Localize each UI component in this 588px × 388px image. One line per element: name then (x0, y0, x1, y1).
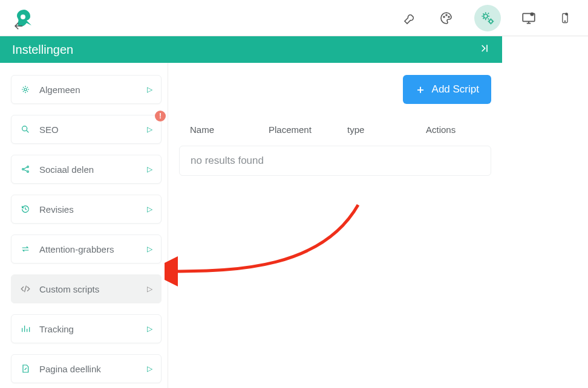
topbar-right (402, 5, 573, 31)
gear-icon (20, 84, 31, 95)
sidebar-item-label: Algemeen (39, 85, 139, 95)
action-row: ＋ Add Script (179, 75, 491, 104)
palette-icon[interactable] (438, 10, 455, 27)
add-script-button[interactable]: ＋ Add Script (403, 75, 491, 104)
sidebar-item-seo[interactable]: SEO ▷ ! (11, 115, 162, 144)
svg-point-1 (446, 15, 447, 16)
chevron-right-icon: ▷ (147, 205, 152, 213)
svg-point-6 (531, 13, 533, 15)
settings-sidebar: Algemeen ▷ SEO ▷ ! Sociaal delen ▷ Revis… (0, 63, 168, 388)
sidebar-item-label: Sociaal delen (39, 164, 139, 175)
svg-point-14 (27, 171, 29, 173)
column-header-name: Name (190, 124, 269, 135)
svg-point-10 (24, 88, 27, 91)
column-header-actions: Actions (426, 124, 480, 135)
add-script-label: Add Script (432, 83, 479, 95)
svg-point-8 (564, 21, 565, 21)
sidebar-item-general[interactable]: Algemeen ▷ (11, 75, 162, 104)
topbar-left (15, 8, 34, 28)
gears-icon[interactable] (474, 5, 501, 31)
mobile-preview-icon[interactable] (557, 10, 573, 27)
history-icon (20, 204, 31, 215)
svg-point-2 (448, 16, 449, 18)
sidebar-item-tracking[interactable]: Tracking ▷ (11, 314, 162, 343)
page-header: Instellingen (0, 36, 502, 63)
chevron-right-icon: ▷ (147, 285, 152, 293)
search-icon (20, 124, 31, 135)
annotation-arrow (165, 202, 370, 286)
desktop-preview-icon[interactable] (520, 10, 537, 27)
svg-point-4 (489, 19, 492, 22)
chevron-right-icon: ▷ (147, 364, 152, 373)
chevron-right-icon: ▷ (147, 125, 152, 134)
sidebar-item-label: SEO (39, 124, 139, 135)
logo-with-back[interactable] (15, 8, 34, 28)
table-header-row: Name Placement type Actions (179, 124, 491, 135)
sidebar-item-share-link[interactable]: Pagina deellink ▷ (11, 354, 162, 383)
alert-badge-icon: ! (155, 111, 166, 121)
chart-icon (20, 323, 31, 334)
page-title: Instellingen (12, 43, 73, 57)
collapse-panel-icon[interactable] (478, 42, 490, 57)
share-icon (20, 164, 31, 175)
back-arrow-icon (13, 21, 24, 31)
svg-point-11 (22, 126, 27, 131)
sidebar-item-label: Custom scripts (39, 284, 139, 294)
column-header-type: type (347, 124, 426, 135)
link-page-icon (20, 363, 31, 374)
sidebar-item-attention-grabbers[interactable]: Attention-grabbers ▷ (11, 234, 162, 264)
empty-results-message: no results found (179, 146, 491, 176)
sidebar-item-label: Attention-grabbers (39, 244, 139, 254)
svg-point-9 (566, 13, 567, 15)
sidebar-item-social-share[interactable]: Sociaal delen ▷ (11, 155, 162, 184)
sidebar-item-label: Pagina deellink (39, 364, 139, 374)
plus-icon: ＋ (415, 82, 426, 97)
swap-icon (20, 244, 31, 254)
chevron-right-icon: ▷ (147, 325, 152, 333)
sidebar-item-revisions[interactable]: Revisies ▷ (11, 195, 162, 224)
svg-point-12 (22, 169, 24, 170)
svg-point-13 (27, 166, 29, 168)
topbar (0, 0, 588, 36)
chevron-right-icon: ▷ (147, 165, 152, 173)
chevron-right-icon: ▷ (147, 245, 152, 253)
sidebar-item-custom-scripts[interactable]: Custom scripts ▷ (11, 274, 162, 303)
svg-point-3 (484, 14, 488, 18)
content-area: Algemeen ▷ SEO ▷ ! Sociaal delen ▷ Revis… (0, 63, 502, 388)
column-header-placement: Placement (269, 124, 347, 135)
main-panel: ＋ Add Script Name Placement type Actions… (168, 63, 502, 388)
sidebar-item-label: Tracking (39, 324, 139, 334)
sidebar-item-label: Revisies (39, 204, 139, 215)
code-icon (20, 283, 31, 294)
chevron-right-icon: ▷ (147, 85, 152, 94)
svg-point-0 (443, 16, 445, 18)
wrench-icon[interactable] (402, 10, 419, 27)
